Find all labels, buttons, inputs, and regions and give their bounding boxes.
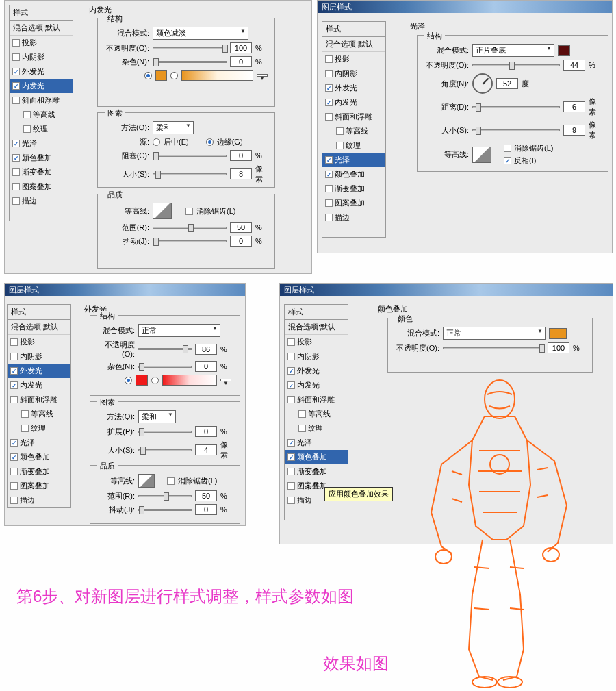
checkbox[interactable] bbox=[10, 439, 18, 447]
choke-value[interactable]: 0 bbox=[230, 150, 252, 161]
checkbox[interactable] bbox=[336, 142, 344, 149]
style-inner-shadow[interactable]: 内阴影 bbox=[322, 66, 385, 81]
style-texture[interactable]: 纹理 bbox=[8, 421, 70, 436]
checkbox[interactable] bbox=[12, 197, 20, 205]
style-stroke[interactable]: 描边 bbox=[8, 493, 70, 507]
checkbox[interactable] bbox=[12, 154, 20, 162]
color-swatch[interactable] bbox=[549, 328, 567, 339]
checkbox[interactable] bbox=[325, 99, 333, 106]
range-value[interactable]: 50 bbox=[230, 222, 252, 233]
opacity-value[interactable]: 100 bbox=[230, 42, 252, 53]
range-slider[interactable] bbox=[138, 495, 192, 497]
contour-preview[interactable] bbox=[153, 203, 172, 219]
style-outer-glow[interactable]: 外发光 bbox=[322, 81, 385, 95]
checkbox[interactable] bbox=[12, 53, 20, 61]
checkbox[interactable] bbox=[12, 168, 20, 176]
checkbox[interactable] bbox=[287, 396, 295, 403]
spread-slider[interactable] bbox=[138, 431, 192, 433]
contour-preview[interactable] bbox=[472, 147, 491, 163]
style-inner-glow[interactable]: 内发光 bbox=[285, 378, 348, 392]
checkbox[interactable] bbox=[21, 425, 29, 432]
jitter-slider[interactable] bbox=[153, 240, 227, 242]
blending-options[interactable]: 混合选项:默认 bbox=[10, 21, 73, 36]
antialias-checkbox[interactable] bbox=[167, 477, 175, 485]
blending-options[interactable]: 混合选项:默认 bbox=[8, 320, 70, 335]
style-bevel[interactable]: 斜面和浮雕 bbox=[8, 392, 70, 407]
opacity-slider[interactable] bbox=[138, 348, 192, 350]
style-outer-glow[interactable]: 外发光 bbox=[285, 364, 348, 378]
invert-checkbox[interactable] bbox=[504, 157, 511, 164]
style-outer-glow[interactable]: 外发光 bbox=[8, 364, 70, 378]
checkbox[interactable] bbox=[10, 396, 18, 403]
checkbox[interactable] bbox=[23, 125, 31, 133]
noise-slider[interactable] bbox=[138, 366, 192, 368]
checkbox[interactable] bbox=[10, 453, 18, 461]
source-center-radio[interactable] bbox=[153, 138, 160, 146]
blending-options[interactable]: 混合选项:默认 bbox=[285, 320, 348, 335]
style-color-overlay[interactable]: 颜色叠加 bbox=[10, 151, 73, 165]
style-contour[interactable]: 等高线 bbox=[322, 124, 385, 138]
gradient-dropdown[interactable] bbox=[257, 74, 268, 77]
style-drop-shadow[interactable]: 投影 bbox=[322, 52, 385, 66]
range-slider[interactable] bbox=[153, 227, 227, 229]
checkbox[interactable] bbox=[287, 367, 295, 375]
style-gradient-overlay[interactable]: 渐变叠加 bbox=[8, 464, 70, 479]
style-pattern-overlay[interactable]: 图案叠加 bbox=[8, 479, 70, 493]
angle-value[interactable]: 52 bbox=[496, 78, 518, 89]
style-color-overlay[interactable]: 颜色叠加 bbox=[8, 450, 70, 464]
gradient-radio[interactable] bbox=[170, 72, 178, 79]
range-value[interactable]: 50 bbox=[195, 490, 217, 501]
style-inner-glow[interactable]: 内发光 bbox=[10, 79, 73, 93]
blending-options[interactable]: 混合选项:默认 bbox=[322, 37, 385, 52]
antialias-checkbox[interactable] bbox=[185, 208, 193, 215]
checkbox[interactable] bbox=[287, 353, 295, 360]
style-gradient-overlay[interactable]: 渐变叠加 bbox=[285, 464, 348, 479]
size-slider[interactable] bbox=[153, 173, 227, 175]
checkbox[interactable] bbox=[325, 171, 333, 178]
checkbox[interactable] bbox=[325, 113, 333, 121]
checkbox[interactable] bbox=[287, 497, 295, 504]
checkbox[interactable] bbox=[336, 127, 344, 135]
color-swatch[interactable] bbox=[155, 70, 167, 81]
spread-value[interactable]: 0 bbox=[195, 426, 217, 437]
style-contour[interactable]: 等高线 bbox=[10, 108, 73, 122]
checkbox[interactable] bbox=[298, 425, 306, 432]
noise-value[interactable]: 0 bbox=[195, 361, 217, 372]
checkbox[interactable] bbox=[12, 82, 20, 90]
checkbox[interactable] bbox=[298, 410, 306, 418]
size-value[interactable]: 9 bbox=[563, 125, 585, 136]
style-outer-glow[interactable]: 外发光 bbox=[10, 64, 73, 79]
style-inner-shadow[interactable]: 内阴影 bbox=[285, 349, 348, 364]
opacity-value[interactable]: 100 bbox=[548, 342, 569, 353]
checkbox[interactable] bbox=[10, 381, 18, 389]
jitter-value[interactable]: 0 bbox=[195, 504, 217, 515]
style-bevel[interactable]: 斜面和浮雕 bbox=[285, 392, 348, 407]
color-radio[interactable] bbox=[125, 377, 132, 384]
checkbox[interactable] bbox=[10, 338, 18, 346]
checkbox[interactable] bbox=[12, 97, 20, 104]
style-pattern-overlay[interactable]: 图案叠加 bbox=[322, 196, 385, 210]
opacity-slider[interactable] bbox=[443, 347, 544, 349]
checkbox[interactable] bbox=[21, 410, 29, 418]
checkbox[interactable] bbox=[12, 39, 20, 47]
style-contour[interactable]: 等高线 bbox=[285, 407, 348, 421]
checkbox[interactable] bbox=[325, 156, 333, 164]
checkbox[interactable] bbox=[12, 183, 20, 190]
blend-mode-select[interactable]: 正片叠底 bbox=[472, 44, 554, 57]
size-value[interactable]: 8 bbox=[230, 168, 252, 179]
style-drop-shadow[interactable]: 投影 bbox=[8, 335, 70, 349]
gradient-dropdown[interactable] bbox=[220, 379, 231, 381]
gradient-preview[interactable] bbox=[162, 375, 217, 386]
checkbox[interactable] bbox=[12, 140, 20, 147]
checkbox[interactable] bbox=[10, 468, 18, 475]
style-satin[interactable]: 光泽 bbox=[10, 136, 73, 151]
checkbox[interactable] bbox=[23, 111, 31, 118]
checkbox[interactable] bbox=[287, 381, 295, 389]
checkbox[interactable] bbox=[10, 353, 18, 360]
style-texture[interactable]: 纹理 bbox=[322, 138, 385, 153]
style-inner-glow[interactable]: 内发光 bbox=[322, 95, 385, 110]
opacity-slider[interactable] bbox=[153, 47, 227, 49]
size-slider[interactable] bbox=[138, 449, 192, 451]
checkbox[interactable] bbox=[325, 55, 333, 63]
style-drop-shadow[interactable]: 投影 bbox=[10, 36, 73, 50]
